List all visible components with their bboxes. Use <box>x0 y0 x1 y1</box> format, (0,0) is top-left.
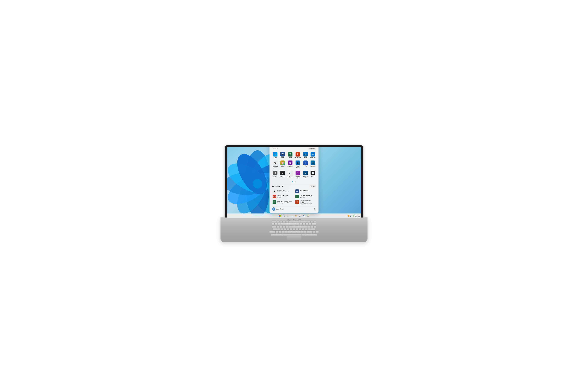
tray-volume[interactable]: 🔊 <box>350 215 352 217</box>
key-tab[interactable] <box>272 226 276 228</box>
app-linkedin[interactable]: in LinkedIn <box>310 160 316 169</box>
app-snipping[interactable]: ✂ Snipping Tool <box>294 170 301 179</box>
key-backslash[interactable] <box>314 226 316 228</box>
app-settings[interactable]: ⚙ Settings <box>272 170 278 179</box>
key-backspace[interactable] <box>312 223 316 225</box>
key-enter[interactable] <box>311 228 315 231</box>
key-ralt[interactable] <box>302 234 305 236</box>
app-word[interactable]: W Word <box>279 151 286 159</box>
key-win[interactable] <box>277 234 280 236</box>
rec-travel[interactable]: W Travel Itinerary 17m ago <box>294 189 316 194</box>
desktop[interactable]: 🔍 ⬜ e 📁 💬 <box>227 147 361 218</box>
rec-payroll[interactable]: X Quarterly Payroll Report Yesterday at … <box>272 199 294 205</box>
key-c[interactable] <box>282 231 285 233</box>
touchpad[interactable] <box>286 236 302 240</box>
key-right[interactable] <box>314 234 317 236</box>
app-msstore[interactable]: 🛍 Microsoft Store <box>272 160 278 169</box>
key-b[interactable] <box>288 231 291 233</box>
key-capslock[interactable] <box>273 228 277 231</box>
taskbar-edge-button[interactable]: e <box>291 215 294 217</box>
more-button[interactable]: More › <box>310 185 316 188</box>
key-z[interactable] <box>276 231 278 233</box>
app-mail[interactable]: ✉ Mail <box>302 151 309 159</box>
key-q[interactable] <box>277 226 279 228</box>
key-2[interactable] <box>278 223 281 225</box>
key-i[interactable] <box>298 226 301 228</box>
key-r[interactable] <box>286 226 289 228</box>
key-6[interactable] <box>290 223 293 225</box>
power-button[interactable]: ⏻ <box>313 207 316 211</box>
key-left[interactable] <box>308 234 311 236</box>
key-4[interactable] <box>284 223 287 225</box>
key-j[interactable] <box>296 228 298 231</box>
app-onenote[interactable]: N OneNote <box>287 160 294 169</box>
taskbar-search-button[interactable]: 🔍 <box>283 215 286 217</box>
key-m[interactable] <box>294 231 297 233</box>
key-lshift[interactable] <box>269 231 275 233</box>
key-down[interactable] <box>311 234 314 236</box>
key-s[interactable] <box>280 228 283 231</box>
key-t[interactable] <box>289 226 292 228</box>
rec-brand-guidelines[interactable]: PDF Brand Guidelines 2h ago <box>272 194 294 199</box>
key-minus[interactable] <box>305 223 308 225</box>
key-0[interactable] <box>302 223 305 225</box>
key-f9[interactable] <box>301 220 304 223</box>
app-yourphone[interactable]: 📱 Your Phone <box>294 160 301 169</box>
key-rshift[interactable] <box>306 231 313 233</box>
app-photos[interactable]: 🌸 Photos <box>279 160 286 169</box>
key-8[interactable] <box>296 223 299 225</box>
key-d[interactable] <box>283 228 286 231</box>
key-f[interactable] <box>287 228 289 231</box>
key-n[interactable] <box>291 231 294 233</box>
key-9[interactable] <box>299 223 302 225</box>
key-quote[interactable] <box>308 228 311 231</box>
key-lbracket[interactable] <box>307 226 310 228</box>
key-rbracket[interactable] <box>310 226 313 228</box>
key-slash[interactable] <box>303 231 306 233</box>
key-f2[interactable] <box>280 220 283 223</box>
key-numpad[interactable] <box>316 231 319 233</box>
user-info[interactable]: S Sara Philips <box>272 207 284 211</box>
key-l[interactable] <box>302 228 305 231</box>
tray-battery[interactable]: 🔋 <box>352 215 354 217</box>
rec-adatum[interactable]: P Adatum Company Profile Yesterday at 1:… <box>294 199 316 205</box>
key-o[interactable] <box>301 226 304 228</box>
rec-expense[interactable]: X Expense Worksheet 12h ago <box>294 194 316 199</box>
taskbar-store-button[interactable]: 🛍 <box>302 215 305 217</box>
key-fn[interactable] <box>274 234 277 236</box>
key-esc[interactable] <box>272 220 276 223</box>
taskbar-winstore-button[interactable]: 🪟 <box>306 215 310 217</box>
key-3[interactable] <box>281 223 284 225</box>
rec-get-started[interactable]: ⊞ Get Started Welcome to Windows <box>272 189 294 194</box>
key-del[interactable] <box>314 220 316 223</box>
key-backtick[interactable] <box>272 223 274 225</box>
key-f7[interactable] <box>295 220 298 223</box>
key-f1[interactable] <box>277 220 279 223</box>
app-whiteboard[interactable]: 🖊 Whiteboard <box>287 170 294 179</box>
key-f3[interactable] <box>283 220 286 223</box>
app-movies[interactable]: ▶ Movies & TV <box>302 170 309 179</box>
key-v[interactable] <box>285 231 288 233</box>
key-f12[interactable] <box>310 220 313 223</box>
key-k[interactable] <box>299 228 301 231</box>
key-5[interactable] <box>287 223 290 225</box>
tray-chevron[interactable]: ^ <box>347 215 347 217</box>
key-1[interactable] <box>275 223 278 225</box>
key-7[interactable] <box>293 223 296 225</box>
tray-network[interactable]: 📶 <box>348 215 349 217</box>
key-f11[interactable] <box>307 220 310 223</box>
app-edge[interactable]: e Edge <box>272 151 278 159</box>
key-ctrl[interactable] <box>271 234 274 236</box>
app-excel[interactable]: X Excel <box>287 151 294 159</box>
key-f8[interactable] <box>298 220 301 223</box>
taskbar-clock[interactable]: 11:11 AM 10/20/21 <box>355 214 360 217</box>
key-e[interactable] <box>283 226 286 228</box>
key-f4[interactable] <box>286 220 289 223</box>
key-equals[interactable] <box>309 223 311 225</box>
key-h[interactable] <box>293 228 295 231</box>
key-f6[interactable] <box>292 220 295 223</box>
key-f10[interactable] <box>304 220 307 223</box>
app-todo[interactable]: ✓ To Do <box>302 160 309 169</box>
all-apps-button[interactable]: All apps › <box>308 148 316 150</box>
key-comma[interactable] <box>297 231 300 233</box>
